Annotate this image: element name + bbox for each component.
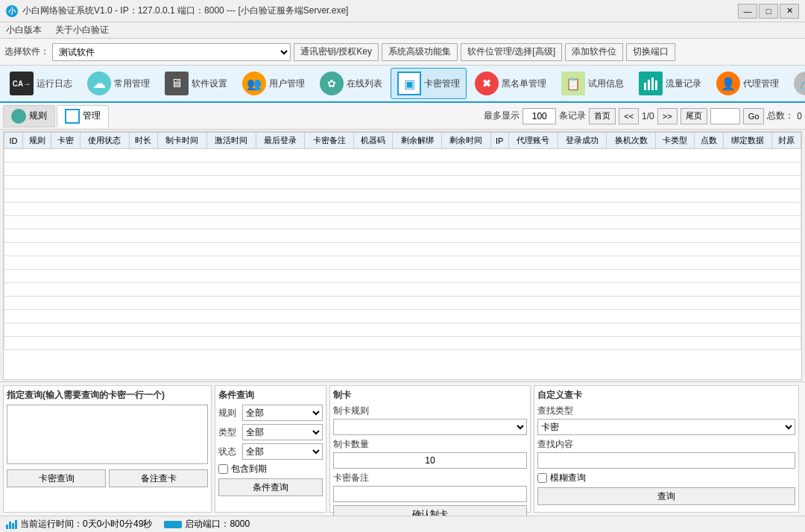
rule-select[interactable]: 全部: [242, 405, 323, 421]
tab-manage-label: 管理: [83, 110, 101, 122]
tab-manage[interactable]: 管理: [57, 105, 109, 127]
switch-port-button[interactable]: 切换端口: [626, 43, 675, 61]
runtime-area: 当前运行时间：0天0小时0分49秒: [6, 518, 152, 531]
first-page-btn[interactable]: 首页: [589, 108, 616, 124]
blacklist-btn[interactable]: ✖ 黑名单管理: [468, 68, 553, 99]
last-page-btn[interactable]: 尾页: [681, 108, 707, 124]
menu-item-version[interactable]: 小白版本: [3, 22, 45, 38]
data-table: ID 规则 卡密 使用状态 时长 制卡时间 激活时间 最后登录 卡密备注 机器码…: [4, 132, 801, 350]
table-row[interactable]: [4, 297, 801, 310]
app-icon: 小: [6, 5, 18, 17]
include-expired-label: 包含到期: [231, 463, 267, 475]
condition-query-btn[interactable]: 条件查询: [218, 478, 323, 496]
flow-record-label: 流量记录: [666, 77, 701, 90]
expired-checkbox-row: 包含到期: [218, 463, 323, 475]
next-nav-btn[interactable]: >>: [657, 108, 678, 124]
title-text: 小白网络验证系统V1.0 - IP：127.0.0.1 端口：8000 --- …: [22, 4, 348, 17]
advanced-func-button[interactable]: 系统高级功能集: [382, 43, 458, 61]
make-card-rule-select[interactable]: [333, 419, 527, 435]
search-type-select[interactable]: 卡密: [537, 419, 795, 435]
tab-left: 规则 管理: [3, 105, 109, 127]
card-mgr-btn[interactable]: ▣ 卡密管理: [391, 68, 467, 99]
tab-rules-label: 规则: [29, 110, 47, 122]
table-row[interactable]: [4, 283, 801, 297]
table-row[interactable]: [4, 310, 801, 323]
tab-right: 最多显示 100 条记录 首页 << 1/0 >> 尾页 Go 总数： 0: [484, 108, 802, 124]
table-row[interactable]: [4, 229, 801, 243]
fuzzy-checkbox-row: 模糊查询: [537, 472, 795, 484]
trial-info-btn[interactable]: 📋 试用信息: [555, 68, 631, 99]
table-row[interactable]: [4, 203, 801, 216]
table-row[interactable]: [4, 243, 801, 256]
software-select[interactable]: 测试软件: [52, 43, 291, 61]
user-mgr-label: 用户管理: [269, 77, 305, 90]
table-row[interactable]: [4, 256, 801, 270]
table-row[interactable]: [4, 216, 801, 229]
table-row[interactable]: [4, 323, 801, 337]
proxy-mgr-btn[interactable]: 👤 代理管理: [710, 68, 786, 99]
online-list-btn[interactable]: ✿ 在线列表: [313, 68, 389, 99]
run-log-label: 运行日志: [37, 77, 72, 90]
table-row[interactable]: [4, 149, 801, 162]
prev-nav-btn[interactable]: <<: [619, 108, 639, 124]
total-value: 0: [797, 111, 802, 121]
include-expired-checkbox[interactable]: [218, 464, 228, 474]
table-row[interactable]: [4, 337, 801, 350]
make-card-note-input[interactable]: [333, 486, 527, 502]
table-row[interactable]: [4, 189, 801, 203]
query-textarea[interactable]: [7, 405, 208, 464]
minimize-button[interactable]: —: [738, 4, 757, 19]
svg-rect-1: [648, 80, 650, 90]
max-display-label: 最多显示: [484, 110, 520, 122]
col-remaining-time: 剩余时间: [441, 133, 490, 149]
table-body: [4, 149, 801, 350]
port-indicator: [164, 521, 182, 528]
make-card-rule-label: 制卡规则: [333, 405, 527, 417]
col-login-success: 登录成功: [558, 133, 607, 149]
condition-section-title: 条件查询: [218, 389, 323, 402]
col-last-login: 最后登录: [256, 133, 305, 149]
svg-rect-0: [644, 83, 646, 90]
col-card: 卡密: [51, 133, 80, 149]
make-card-section: 制卡 制卡规则 制卡数量 10 卡密备注 确认制卡: [329, 385, 531, 513]
cloud-js-btn[interactable]: 🔗 云计算/JS: [787, 68, 805, 99]
fuzzy-checkbox[interactable]: [537, 473, 547, 483]
common-mgr-label: 常用管理: [114, 77, 150, 90]
go-input[interactable]: [710, 108, 740, 124]
status-select[interactable]: 全部: [242, 443, 323, 460]
software-settings-btn[interactable]: 🖥 软件设置: [158, 68, 234, 99]
software-mgr-button[interactable]: 软件位管理/选择[高级]: [461, 43, 562, 61]
type-select[interactable]: 全部: [242, 424, 323, 440]
proxy-mgr-label: 代理管理: [743, 77, 779, 90]
comm-key-button[interactable]: 通讯密钥/授权Key: [294, 43, 379, 61]
user-mgr-btn[interactable]: 👥 用户管理: [236, 68, 312, 99]
table-row[interactable]: [4, 162, 801, 176]
maximize-button[interactable]: □: [759, 4, 778, 19]
col-note: 卡密备注: [305, 133, 354, 149]
blacklist-label: 黑名单管理: [502, 77, 546, 90]
table-row[interactable]: [4, 176, 801, 189]
runtime-label: 当前运行时间：0天0小时0分49秒: [20, 518, 152, 531]
search-content-input[interactable]: [537, 452, 795, 469]
common-mgr-btn[interactable]: ☁ 常用管理: [80, 68, 157, 99]
run-log-btn[interactable]: CA→ 运行日志: [3, 68, 79, 99]
make-card-count-input[interactable]: 10: [333, 452, 527, 469]
add-software-button[interactable]: 添加软件位: [565, 43, 623, 61]
close-button[interactable]: ✕: [780, 4, 799, 19]
menu-item-about[interactable]: 关于小白验证: [52, 22, 112, 38]
col-bind-data: 绑定数据: [723, 133, 772, 149]
max-display-input[interactable]: 100: [523, 108, 556, 124]
svg-rect-2: [651, 77, 654, 90]
search-content-label: 查找内容: [537, 438, 795, 451]
bottom-panel: 指定查询(输入需要查询的卡密一行一个) 卡密查询 备注查卡 条件查询 规则 全部…: [0, 381, 805, 516]
table-row[interactable]: [4, 270, 801, 283]
custom-query-btn[interactable]: 查询: [537, 487, 795, 505]
go-btn[interactable]: Go: [743, 108, 765, 124]
col-make-time: 制卡时间: [157, 133, 206, 149]
card-query-btn[interactable]: 卡密查询: [7, 469, 106, 487]
tab-rules[interactable]: 规则: [3, 105, 55, 127]
title-bar: 小 小白网络验证系统V1.0 - IP：127.0.0.1 端口：8000 --…: [0, 0, 805, 22]
make-card-title: 制卡: [333, 389, 527, 402]
note-query-btn[interactable]: 备注查卡: [109, 469, 208, 487]
flow-record-btn[interactable]: 流量记录: [632, 68, 708, 99]
